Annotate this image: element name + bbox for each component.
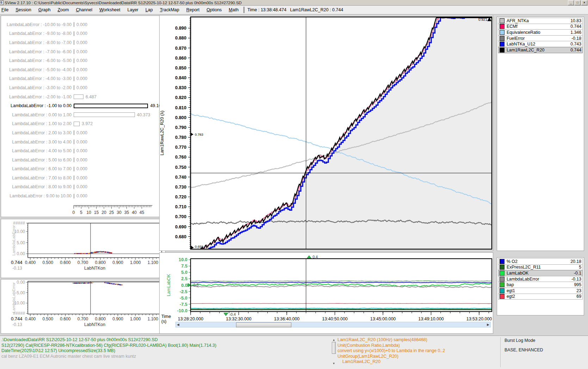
x-axis-title-units: (s) <box>161 319 166 324</box>
plot-area[interactable] <box>191 281 491 310</box>
scatter-plot-1-panel[interactable]: #####10.005.000.000.4000.5000.6000.7000.… <box>1 219 166 278</box>
channel-row-afr-ntka[interactable]: AFR_NTKa10.83 <box>498 18 583 24</box>
channel-row-bap[interactable]: bap995 <box>498 282 583 288</box>
histogram-bar <box>74 122 80 126</box>
scatter-plot-2-panel[interactable]: 0.00-5.00-10.00#####0.4000.5000.6000.700… <box>1 279 166 334</box>
histogram-row[interactable]: LambdaLabError : -9.00 to -8.000.000 <box>1 29 165 38</box>
histogram-row-value: 0.000 <box>76 85 87 90</box>
channel-row-equivalenceratio[interactable]: EquivalenceRatio1.346 <box>498 29 583 36</box>
cursor-readout: Time : 13:38:48.474 Lam1RawL2C_R20 : 0.7… <box>247 7 343 12</box>
menu-item-graph[interactable]: Graph <box>35 6 54 13</box>
top-right-marker-label: 0.921 <box>478 18 487 21</box>
cursor-x-value: 0.744 <box>11 316 23 321</box>
menu-item-channel[interactable]: Channel <box>72 6 96 13</box>
x-tick-label: 0.900 <box>112 260 123 265</box>
histogram-row-label: LambdaLabError : -9.00 to -8.00 <box>1 31 72 36</box>
channel-color-swatch <box>500 271 505 276</box>
scatter-plot-2[interactable]: 0.00-5.00-10.00#####0.4000.5000.6000.700… <box>1 279 165 333</box>
histogram-row[interactable]: LambdaLabError : 4.00 to 5.000.000 <box>1 146 165 155</box>
scroll-right-icon[interactable]: ▶ <box>487 323 489 327</box>
histogram-row[interactable]: LambdaLabError : -2.00 to -1.006.487 <box>1 92 165 102</box>
channel-value: -0.18 <box>571 36 581 41</box>
minimize-button[interactable]: _ <box>568 0 574 5</box>
menu-item-layer[interactable]: Layer <box>124 6 142 13</box>
channel-row-expressl2c-r11[interactable]: ExPressL2C_R115 <box>498 264 583 271</box>
channel-row-egt2[interactable]: egt269 <box>498 294 583 300</box>
time-scrollbar-thumb[interactable] <box>236 322 291 327</box>
channel-list-panel-top[interactable]: AFR_NTKa10.83ECMf0.744EquivalenceRatio1.… <box>497 17 584 251</box>
histogram-row[interactable]: LambdaLabError : 7.00 to 8.000.000 <box>1 173 165 183</box>
scroll-down-icon[interactable]: ▼ <box>332 362 336 365</box>
x-axis-title: LabNTKon <box>84 266 105 271</box>
histogram-bar <box>74 31 74 36</box>
histogram-row[interactable]: LambdaLabError : -7.00 to -6.000.000 <box>1 47 165 56</box>
scroll-up-icon[interactable]: ▲ <box>332 338 336 342</box>
channel-row-labntka-u12[interactable]: LabNTKa_U120.743 <box>498 41 583 47</box>
scatter-plot-1[interactable]: #####10.005.000.000.4000.5000.6000.7000.… <box>1 219 165 278</box>
histogram-row[interactable]: LambdaLabError : -3.00 to -2.000.000 <box>1 83 165 92</box>
channel-row-fuelerror[interactable]: FuelError-0.18 <box>498 35 583 42</box>
channel-row--o2[interactable]: % O220.18 <box>498 258 583 265</box>
menu-item-lap[interactable]: Lap <box>142 6 156 13</box>
menu-item-options[interactable]: Options <box>203 6 225 13</box>
left-zero-marker-label: -0.0 <box>192 283 199 287</box>
menu-item-report[interactable]: Report <box>183 6 203 13</box>
channel-row-lamlabok[interactable]: LamLabOK-0.1 <box>498 270 583 276</box>
histogram-row[interactable]: LambdaLabError : 9.00 to 10.000.000 <box>1 191 165 201</box>
channel-name: egt2 <box>507 294 576 299</box>
close-button[interactable]: ✕ <box>581 0 587 5</box>
channel-row-egt1[interactable]: egt123 <box>498 288 583 294</box>
lamlabok-chart[interactable]: 10.07.55.02.50.0-2.5-5.0-7.5-10.0LamLabO… <box>160 253 493 333</box>
menu-item-worksheet[interactable]: Worksheet <box>96 6 124 13</box>
histogram-row[interactable]: LambdaLabError : -1.00 to 0.0049.168 <box>1 101 165 110</box>
channel-value: 0.743 <box>570 42 581 47</box>
histogram-row-value: 0.000 <box>76 184 87 189</box>
channel-info-scrollbar[interactable]: ▲ ▼ <box>332 338 336 365</box>
histogram-row-value: 0.000 <box>76 148 87 153</box>
lambda-error-histogram-panel[interactable]: LambdaLabError : -10.00 to -9.000.000Lam… <box>1 16 166 217</box>
histogram-row[interactable]: LambdaLabError : 1.00 to 2.003.972 <box>1 119 165 129</box>
plot-area[interactable] <box>191 18 492 251</box>
channel-row-lam1rawl2c-r20[interactable]: Lam1RawL2C_R200.744 <box>498 47 583 53</box>
time-scrollbar[interactable]: ◀ ▶ <box>175 322 491 327</box>
menu-item-math[interactable]: Math <box>225 6 242 13</box>
channel-value: 23 <box>576 288 581 293</box>
data-point <box>95 252 96 253</box>
histogram-row[interactable]: LambdaLabError : 5.00 to 6.000.000 <box>1 155 165 165</box>
restore-button[interactable]: □ <box>575 0 581 5</box>
histogram-bar <box>74 22 74 27</box>
histogram-row[interactable]: LambdaLabError : 0.00 to 1.0040.373 <box>1 110 165 119</box>
histogram-axis-label: 10 <box>86 210 91 215</box>
bottom-chart-panel[interactable]: 10.07.55.02.50.0-2.5-5.0-7.5-10.0LamLabO… <box>159 252 493 334</box>
main-lambda-chart[interactable]: 0.8900.8800.8700.8600.8500.8400.8300.820… <box>160 16 493 251</box>
histogram-row[interactable]: LambdaLabError : 3.00 to 4.000.000 <box>1 137 165 147</box>
data-point <box>92 282 93 283</box>
menu-item-trackmap[interactable]: TrackMap <box>156 6 183 13</box>
menu-item-session[interactable]: Session <box>12 6 35 13</box>
x-tick-label: 13:40:50.000 <box>322 316 347 321</box>
x-tick-label: 0.500 <box>42 316 53 321</box>
histogram-row[interactable]: LambdaLabError : -5.00 to -4.000.000 <box>1 65 165 74</box>
channel-row-ecmf[interactable]: ECMf0.744 <box>498 24 583 30</box>
histogram-row[interactable]: LambdaLabError : -10.00 to -9.000.000 <box>1 20 165 29</box>
channel-list-panel-bottom[interactable]: % O220.18ExPressL2C_R115LamLabOK-0.1Lamb… <box>497 257 584 315</box>
histogram-row[interactable]: LambdaLabError : -8.00 to -7.000.000 <box>1 38 165 47</box>
channel-row-lambdalaberror[interactable]: LambdaLabError-0.13 <box>498 276 583 282</box>
scroll-left-icon[interactable]: ◀ <box>177 323 179 327</box>
y-tick-label: -2.5 <box>180 289 187 294</box>
histogram-row[interactable]: LambdaLabError : -4.00 to -3.000.000 <box>1 74 165 84</box>
title-bar[interactable]: S SView 2.17.10 : C:\Users\Public\Docume… <box>0 0 588 6</box>
histogram-row[interactable]: LambdaLabError : 2.00 to 3.000.000 <box>1 128 165 137</box>
histogram-row[interactable]: LambdaLabError : 6.00 to 7.000.000 <box>1 165 165 174</box>
menu-item-zoom[interactable]: Zoom <box>54 6 72 13</box>
histogram-row-label: LambdaLabError : 8.00 to 9.00 <box>1 184 72 189</box>
main-chart-panel[interactable]: 0.8900.8800.8700.8600.8500.8400.8300.820… <box>159 15 493 251</box>
data-point <box>105 252 106 252</box>
histogram-row[interactable]: LambdaLabError : -6.00 to -5.000.000 <box>1 56 165 65</box>
channel-info-scrollbar-thumb[interactable] <box>332 342 336 354</box>
channel-info-line: Unit(Combustion Ratio,Lambda) <box>338 343 445 349</box>
histogram-row[interactable]: LambdaLabError : 8.00 to 9.000.000 <box>1 183 165 192</box>
menu-item-file[interactable]: File <box>0 6 12 13</box>
x-tick-label: 13:49:10.000 <box>418 316 444 321</box>
log-mode-line: BASE, ENHANCED <box>505 348 543 353</box>
